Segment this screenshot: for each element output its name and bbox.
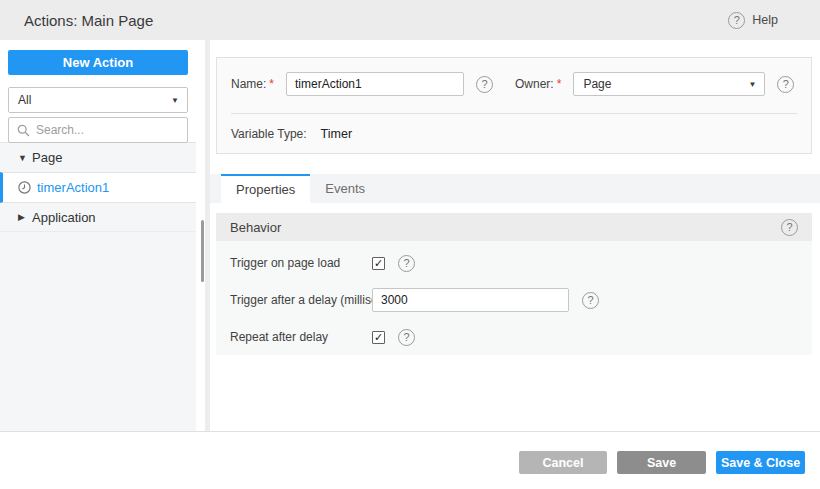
- behavior-row: Trigger on page load ✓ ?: [230, 251, 798, 275]
- variable-type-row: Variable Type: Timer: [231, 121, 352, 147]
- name-input[interactable]: [286, 72, 464, 96]
- name-owner-panel: Name:* ? Owner:* Page ▼ ? Variable Type:…: [216, 57, 812, 154]
- filter-select-value: All: [18, 93, 31, 107]
- trigger-delay-label: Trigger after a delay (millisec...: [230, 293, 372, 307]
- tab-properties[interactable]: Properties: [221, 174, 310, 203]
- page-title: Actions: Main Page: [24, 12, 153, 29]
- trigger-delay-input[interactable]: [372, 288, 569, 312]
- check-icon: ✓: [374, 332, 383, 343]
- behavior-header: Behavior ?: [216, 213, 812, 241]
- dialog-footer: Cancel Save Save & Close: [0, 431, 820, 489]
- search-box: [8, 117, 188, 143]
- behavior-row: Repeat after delay ✓ ?: [230, 325, 798, 349]
- trigger-on-page-load-checkbox[interactable]: ✓: [372, 257, 385, 270]
- form-divider: [231, 113, 797, 114]
- behavior-row: Trigger after a delay (millisec... ?: [230, 288, 798, 312]
- chevron-down-icon: ▼: [748, 80, 756, 89]
- sidebar-controls: New Action All ▼: [0, 40, 196, 143]
- required-marker: *: [557, 77, 562, 91]
- owner-select-value: Page: [583, 77, 611, 91]
- name-owner-row: Name:* ? Owner:* Page ▼ ?: [231, 71, 797, 97]
- filter-select[interactable]: All ▼: [8, 87, 188, 113]
- cancel-button[interactable]: Cancel: [519, 451, 607, 474]
- save-and-close-button[interactable]: Save & Close: [716, 451, 805, 474]
- tree-item-application[interactable]: ▶ Application: [0, 203, 196, 232]
- clock-icon: [18, 181, 31, 194]
- save-button[interactable]: Save: [617, 451, 706, 474]
- repeat-after-delay-checkbox[interactable]: ✓: [372, 331, 385, 344]
- trigger-on-page-load-help-icon[interactable]: ?: [398, 255, 415, 272]
- chevron-down-icon: ▼: [171, 96, 179, 105]
- name-help-icon[interactable]: ?: [476, 76, 493, 93]
- tree-item-label: Application: [32, 210, 96, 225]
- tree-item-label: Page: [32, 150, 62, 165]
- tree-item-label: timerAction1: [37, 180, 109, 195]
- check-icon: ✓: [374, 258, 383, 269]
- editor-tabs: Properties Events: [210, 174, 820, 203]
- trigger-on-page-load-label: Trigger on page load: [230, 256, 372, 270]
- name-label: Name:*: [231, 77, 274, 91]
- scrollbar-thumb[interactable]: [201, 220, 204, 282]
- dialog-header: Actions: Main Page ? Help: [0, 0, 820, 40]
- required-marker: *: [269, 77, 274, 91]
- chevron-collapsed-icon: ▶: [18, 212, 32, 222]
- actions-tree: ▼ Page timerAction1 ▶ Application: [0, 143, 196, 232]
- variable-type-value: Timer: [321, 127, 352, 141]
- behavior-title: Behavior: [230, 220, 281, 235]
- owner-label: Owner:*: [515, 77, 561, 91]
- repeat-after-delay-label: Repeat after delay: [230, 330, 372, 344]
- tree-item-page[interactable]: ▼ Page: [0, 143, 196, 172]
- help-icon: ?: [728, 12, 745, 29]
- tree-item-timeraction1[interactable]: timerAction1: [0, 172, 196, 203]
- owner-select[interactable]: Page ▼: [573, 72, 765, 96]
- help-button[interactable]: ? Help: [728, 0, 778, 40]
- owner-help-icon[interactable]: ?: [777, 76, 794, 93]
- chevron-expanded-icon: ▼: [18, 153, 32, 163]
- search-input[interactable]: [36, 123, 176, 137]
- trigger-delay-help-icon[interactable]: ?: [582, 292, 599, 309]
- variable-type-label: Variable Type:: [231, 127, 307, 141]
- behavior-help-icon[interactable]: ?: [781, 219, 798, 236]
- help-label: Help: [752, 13, 778, 27]
- behavior-body: Trigger on page load ✓ ? Trigger after a…: [216, 241, 812, 355]
- behavior-panel: Behavior ? Trigger on page load ✓ ? Trig…: [216, 213, 812, 355]
- new-action-button[interactable]: New Action: [8, 50, 188, 75]
- tab-events[interactable]: Events: [310, 174, 380, 203]
- panel-gutter: [196, 40, 210, 431]
- actions-sidebar: New Action All ▼ ▼ Page timerAction1 ▶: [0, 40, 196, 431]
- search-icon: [17, 124, 30, 137]
- action-editor: Name:* ? Owner:* Page ▼ ? Variable Type:…: [210, 40, 820, 431]
- repeat-after-delay-help-icon[interactable]: ?: [398, 329, 415, 346]
